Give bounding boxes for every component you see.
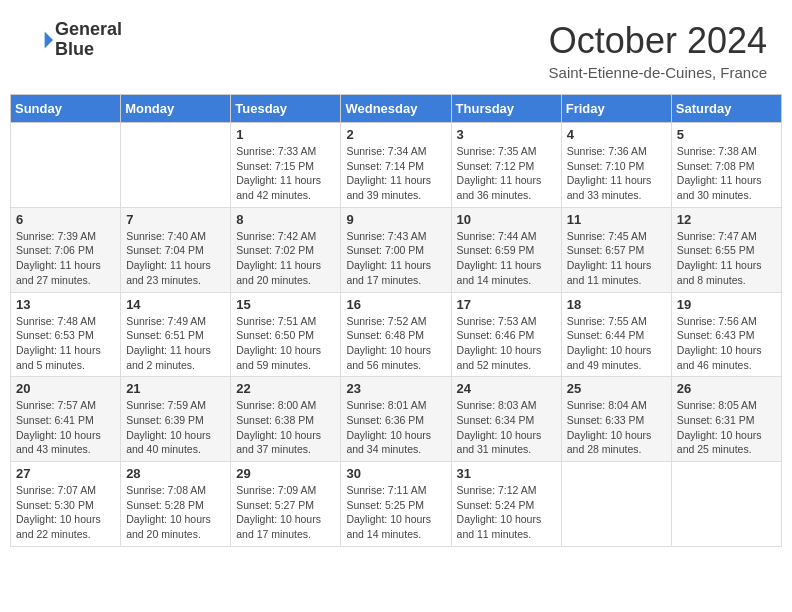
- day-info: Sunrise: 7:39 AM Sunset: 7:06 PM Dayligh…: [16, 229, 115, 288]
- calendar-cell: 11Sunrise: 7:45 AM Sunset: 6:57 PM Dayli…: [561, 207, 671, 292]
- calendar-cell: 9Sunrise: 7:43 AM Sunset: 7:00 PM Daylig…: [341, 207, 451, 292]
- calendar-cell: [121, 123, 231, 208]
- day-info: Sunrise: 7:11 AM Sunset: 5:25 PM Dayligh…: [346, 483, 445, 542]
- weekday-header-sunday: Sunday: [11, 95, 121, 123]
- day-info: Sunrise: 7:07 AM Sunset: 5:30 PM Dayligh…: [16, 483, 115, 542]
- weekday-header-monday: Monday: [121, 95, 231, 123]
- day-info: Sunrise: 7:36 AM Sunset: 7:10 PM Dayligh…: [567, 144, 666, 203]
- calendar-cell: 31Sunrise: 7:12 AM Sunset: 5:24 PM Dayli…: [451, 462, 561, 547]
- calendar-cell: [561, 462, 671, 547]
- calendar-cell: 24Sunrise: 8:03 AM Sunset: 6:34 PM Dayli…: [451, 377, 561, 462]
- day-number: 10: [457, 212, 556, 227]
- svg-marker-0: [45, 31, 53, 48]
- day-info: Sunrise: 7:55 AM Sunset: 6:44 PM Dayligh…: [567, 314, 666, 373]
- day-number: 28: [126, 466, 225, 481]
- day-number: 9: [346, 212, 445, 227]
- calendar-cell: 16Sunrise: 7:52 AM Sunset: 6:48 PM Dayli…: [341, 292, 451, 377]
- calendar-cell: 18Sunrise: 7:55 AM Sunset: 6:44 PM Dayli…: [561, 292, 671, 377]
- day-info: Sunrise: 7:12 AM Sunset: 5:24 PM Dayligh…: [457, 483, 556, 542]
- day-number: 29: [236, 466, 335, 481]
- calendar-cell: 26Sunrise: 8:05 AM Sunset: 6:31 PM Dayli…: [671, 377, 781, 462]
- calendar-cell: 29Sunrise: 7:09 AM Sunset: 5:27 PM Dayli…: [231, 462, 341, 547]
- calendar-cell: 27Sunrise: 7:07 AM Sunset: 5:30 PM Dayli…: [11, 462, 121, 547]
- calendar-week-4: 20Sunrise: 7:57 AM Sunset: 6:41 PM Dayli…: [11, 377, 782, 462]
- calendar-cell: 13Sunrise: 7:48 AM Sunset: 6:53 PM Dayli…: [11, 292, 121, 377]
- title-block: October 2024 Saint-Etienne-de-Cuines, Fr…: [549, 20, 767, 81]
- calendar-cell: 1Sunrise: 7:33 AM Sunset: 7:15 PM Daylig…: [231, 123, 341, 208]
- calendar-cell: 10Sunrise: 7:44 AM Sunset: 6:59 PM Dayli…: [451, 207, 561, 292]
- day-info: Sunrise: 7:51 AM Sunset: 6:50 PM Dayligh…: [236, 314, 335, 373]
- day-number: 15: [236, 297, 335, 312]
- weekday-header-friday: Friday: [561, 95, 671, 123]
- calendar-cell: 4Sunrise: 7:36 AM Sunset: 7:10 PM Daylig…: [561, 123, 671, 208]
- calendar-cell: 25Sunrise: 8:04 AM Sunset: 6:33 PM Dayli…: [561, 377, 671, 462]
- page-header: General Blue October 2024 Saint-Etienne-…: [10, 10, 782, 86]
- day-number: 2: [346, 127, 445, 142]
- day-info: Sunrise: 7:08 AM Sunset: 5:28 PM Dayligh…: [126, 483, 225, 542]
- day-info: Sunrise: 7:42 AM Sunset: 7:02 PM Dayligh…: [236, 229, 335, 288]
- calendar-cell: 6Sunrise: 7:39 AM Sunset: 7:06 PM Daylig…: [11, 207, 121, 292]
- weekday-header-wednesday: Wednesday: [341, 95, 451, 123]
- weekday-header-tuesday: Tuesday: [231, 95, 341, 123]
- day-number: 23: [346, 381, 445, 396]
- day-info: Sunrise: 8:03 AM Sunset: 6:34 PM Dayligh…: [457, 398, 556, 457]
- calendar-cell: 5Sunrise: 7:38 AM Sunset: 7:08 PM Daylig…: [671, 123, 781, 208]
- day-info: Sunrise: 7:38 AM Sunset: 7:08 PM Dayligh…: [677, 144, 776, 203]
- month-title: October 2024: [549, 20, 767, 62]
- weekday-header-row: SundayMondayTuesdayWednesdayThursdayFrid…: [11, 95, 782, 123]
- calendar-week-3: 13Sunrise: 7:48 AM Sunset: 6:53 PM Dayli…: [11, 292, 782, 377]
- day-number: 5: [677, 127, 776, 142]
- day-number: 6: [16, 212, 115, 227]
- location: Saint-Etienne-de-Cuines, France: [549, 64, 767, 81]
- day-number: 16: [346, 297, 445, 312]
- logo-line1: General: [55, 20, 122, 40]
- day-info: Sunrise: 7:44 AM Sunset: 6:59 PM Dayligh…: [457, 229, 556, 288]
- day-info: Sunrise: 7:33 AM Sunset: 7:15 PM Dayligh…: [236, 144, 335, 203]
- logo: General Blue: [25, 20, 122, 60]
- day-info: Sunrise: 8:05 AM Sunset: 6:31 PM Dayligh…: [677, 398, 776, 457]
- calendar-cell: 23Sunrise: 8:01 AM Sunset: 6:36 PM Dayli…: [341, 377, 451, 462]
- day-number: 17: [457, 297, 556, 312]
- day-number: 3: [457, 127, 556, 142]
- day-info: Sunrise: 8:01 AM Sunset: 6:36 PM Dayligh…: [346, 398, 445, 457]
- calendar-table: SundayMondayTuesdayWednesdayThursdayFrid…: [10, 94, 782, 547]
- calendar-cell: 19Sunrise: 7:56 AM Sunset: 6:43 PM Dayli…: [671, 292, 781, 377]
- day-number: 11: [567, 212, 666, 227]
- day-number: 8: [236, 212, 335, 227]
- day-info: Sunrise: 7:59 AM Sunset: 6:39 PM Dayligh…: [126, 398, 225, 457]
- day-number: 25: [567, 381, 666, 396]
- day-number: 21: [126, 381, 225, 396]
- day-info: Sunrise: 7:40 AM Sunset: 7:04 PM Dayligh…: [126, 229, 225, 288]
- day-info: Sunrise: 7:47 AM Sunset: 6:55 PM Dayligh…: [677, 229, 776, 288]
- day-number: 13: [16, 297, 115, 312]
- calendar-cell: 21Sunrise: 7:59 AM Sunset: 6:39 PM Dayli…: [121, 377, 231, 462]
- day-info: Sunrise: 7:34 AM Sunset: 7:14 PM Dayligh…: [346, 144, 445, 203]
- day-info: Sunrise: 7:49 AM Sunset: 6:51 PM Dayligh…: [126, 314, 225, 373]
- day-number: 20: [16, 381, 115, 396]
- day-info: Sunrise: 8:00 AM Sunset: 6:38 PM Dayligh…: [236, 398, 335, 457]
- calendar-cell: 28Sunrise: 7:08 AM Sunset: 5:28 PM Dayli…: [121, 462, 231, 547]
- day-info: Sunrise: 8:04 AM Sunset: 6:33 PM Dayligh…: [567, 398, 666, 457]
- day-number: 18: [567, 297, 666, 312]
- logo-line2: Blue: [55, 40, 122, 60]
- calendar-cell: 14Sunrise: 7:49 AM Sunset: 6:51 PM Dayli…: [121, 292, 231, 377]
- calendar-cell: 20Sunrise: 7:57 AM Sunset: 6:41 PM Dayli…: [11, 377, 121, 462]
- day-number: 30: [346, 466, 445, 481]
- day-info: Sunrise: 7:52 AM Sunset: 6:48 PM Dayligh…: [346, 314, 445, 373]
- day-info: Sunrise: 7:45 AM Sunset: 6:57 PM Dayligh…: [567, 229, 666, 288]
- calendar-cell: 15Sunrise: 7:51 AM Sunset: 6:50 PM Dayli…: [231, 292, 341, 377]
- day-info: Sunrise: 7:48 AM Sunset: 6:53 PM Dayligh…: [16, 314, 115, 373]
- day-number: 14: [126, 297, 225, 312]
- day-number: 24: [457, 381, 556, 396]
- day-info: Sunrise: 7:56 AM Sunset: 6:43 PM Dayligh…: [677, 314, 776, 373]
- logo-icon: [25, 26, 53, 54]
- weekday-header-thursday: Thursday: [451, 95, 561, 123]
- day-info: Sunrise: 7:53 AM Sunset: 6:46 PM Dayligh…: [457, 314, 556, 373]
- day-info: Sunrise: 7:43 AM Sunset: 7:00 PM Dayligh…: [346, 229, 445, 288]
- weekday-header-saturday: Saturday: [671, 95, 781, 123]
- day-number: 22: [236, 381, 335, 396]
- day-number: 4: [567, 127, 666, 142]
- day-number: 27: [16, 466, 115, 481]
- calendar-week-1: 1Sunrise: 7:33 AM Sunset: 7:15 PM Daylig…: [11, 123, 782, 208]
- calendar-cell: 22Sunrise: 8:00 AM Sunset: 6:38 PM Dayli…: [231, 377, 341, 462]
